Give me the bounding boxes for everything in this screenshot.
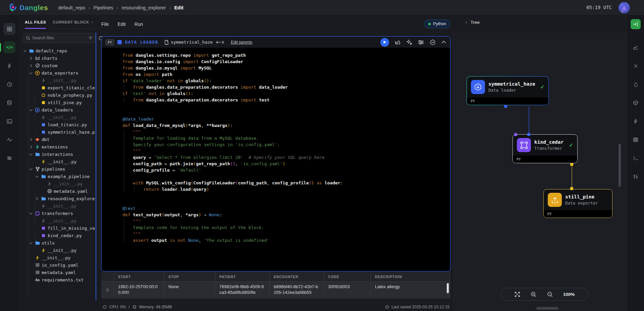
chart-line-icon[interactable] xyxy=(631,43,640,52)
run-block-button[interactable] xyxy=(380,38,389,47)
chevron-right-icon[interactable] xyxy=(29,63,33,68)
table-grid-icon[interactable] xyxy=(631,135,640,144)
file-tree-item-custom[interactable]: custom xyxy=(19,62,96,69)
file-tree-item-metadata-yaml[interactable]: metadata.yaml xyxy=(19,269,96,276)
chevron-right-icon[interactable] xyxy=(29,145,33,149)
file-tree-item-resounding-explore[interactable]: resounding_explore xyxy=(19,195,96,202)
search-input[interactable] xyxy=(32,36,86,40)
lightning-icon[interactable] xyxy=(631,117,640,126)
chevron-down-icon[interactable] xyxy=(29,108,33,112)
cube-icon[interactable] xyxy=(631,98,640,107)
panel-divider[interactable] xyxy=(96,32,96,300)
filter-icon[interactable] xyxy=(88,36,93,40)
pulse-icon[interactable] xyxy=(3,134,15,146)
tab-current-block[interactable]: CURRENT BLOCK xyxy=(53,15,89,29)
file-tree-item-fill-in-missing-va[interactable]: fill_in_missing_va xyxy=(19,224,96,232)
file-tree-item-load-titanic-py[interactable]: load_titanic.py xyxy=(19,121,96,128)
sliders-icon[interactable] xyxy=(3,152,15,164)
zoom-out-button[interactable] xyxy=(547,291,553,298)
file-tree-item-io-config-yaml[interactable]: io_config.yaml xyxy=(19,261,96,269)
file-tree-item--init-py[interactable]: __init__.py xyxy=(19,77,96,84)
file-tree-item--init-py[interactable]: __init__.py xyxy=(19,254,96,261)
tree-horizontal-scrollbar[interactable] xyxy=(536,307,558,310)
file-tree-item-extensions[interactable]: extensions xyxy=(19,143,96,150)
app-logo[interactable]: Dangles xyxy=(9,3,48,13)
file-tree-item-transformers[interactable]: transformers xyxy=(19,210,96,217)
file-tree-item--init-py[interactable]: __init__.py xyxy=(19,247,96,254)
menu-run[interactable]: Run xyxy=(135,21,143,27)
tree-vertical-scrollbar[interactable] xyxy=(619,144,621,187)
file-search-box[interactable] xyxy=(23,33,96,43)
chevron-down-icon[interactable] xyxy=(29,152,33,157)
kernel-badge[interactable]: Python xyxy=(424,19,450,28)
file-tree-item--init-py[interactable]: __init__.py xyxy=(19,202,96,210)
clock-icon[interactable] xyxy=(3,78,15,90)
avatar[interactable] xyxy=(619,2,630,13)
lightning-icon[interactable] xyxy=(3,60,15,72)
file-tree-item-data-loaders[interactable]: data_loaders xyxy=(19,106,96,114)
table-scrollbar[interactable] xyxy=(447,283,449,293)
chevron-right-icon[interactable] xyxy=(35,196,39,201)
panel-open-icon[interactable] xyxy=(631,19,641,29)
file-tree-item--init-py[interactable]: __init__.py xyxy=(19,180,96,187)
chevron-down-icon[interactable] xyxy=(23,49,27,53)
output-port[interactable] xyxy=(570,163,573,166)
collapse-block-icon[interactable] xyxy=(441,41,446,44)
zoom-in-button[interactable] xyxy=(530,291,537,298)
chevron-down-icon[interactable] xyxy=(29,241,33,245)
filter-v-icon[interactable] xyxy=(631,172,640,181)
file-tree-item-dbt[interactable]: dbt xyxy=(19,136,96,143)
input-port[interactable] xyxy=(527,133,530,136)
file-tree-item-data-exporters[interactable]: data_exporters xyxy=(19,69,96,77)
stack-icon[interactable] xyxy=(3,97,15,109)
file-tree-item-charts[interactable]: charts xyxy=(19,54,96,62)
terminal2-icon[interactable] xyxy=(631,154,640,163)
chevron-right-icon[interactable]: › xyxy=(466,19,467,25)
terminal-icon[interactable] xyxy=(3,115,15,127)
menu-edit[interactable]: Edit xyxy=(118,21,126,27)
dag-node-kind_cedar[interactable]: kind_cedar Transformer ✓ PY xyxy=(513,134,578,163)
breadcrumb-item[interactable]: resounding_explorer xyxy=(121,5,166,10)
chevron-right-icon[interactable] xyxy=(29,137,33,142)
file-tree-item-example-pipeline[interactable]: example_pipeline xyxy=(19,173,96,180)
file-tree-item-noble-prophecy-py[interactable]: noble_prophecy.py xyxy=(19,91,96,99)
input-port[interactable] xyxy=(570,187,573,190)
block-type-label[interactable]: DATA LOADER xyxy=(125,40,158,45)
dashboard-icon[interactable] xyxy=(3,23,15,35)
detach-parents-icon[interactable] xyxy=(216,40,224,44)
file-tree-item-metadata-yaml[interactable]: metadata.yaml xyxy=(19,187,96,195)
file-tree-item-kind-cedar-py[interactable]: kind_cedar.py xyxy=(19,232,96,239)
chart-button[interactable] xyxy=(395,39,400,45)
edit-parents-link[interactable]: Edit parents xyxy=(231,40,252,45)
fit-view-button[interactable] xyxy=(514,291,521,298)
file-tree-item-symmetrical-haze-p[interactable]: symmetrical_haze.p xyxy=(19,128,96,136)
file-tree-item--init-py[interactable]: __init__.py xyxy=(19,114,96,121)
file-tree-item-utils[interactable]: utils xyxy=(19,239,96,247)
output-port[interactable] xyxy=(504,105,507,108)
file-tree-item--init-py[interactable]: __init__.py xyxy=(19,158,96,165)
breadcrumb-item[interactable]: Pipelines xyxy=(94,5,113,10)
file-tree-item-still-pine-py[interactable]: still_pine.py xyxy=(19,99,96,106)
menu-file[interactable]: File xyxy=(101,21,109,27)
file-tree-item-pipelines[interactable]: pipelines xyxy=(19,165,96,173)
chevron-down-icon[interactable] xyxy=(29,71,33,75)
code-editor[interactable]: from dangles.settings.repo import get_re… xyxy=(102,48,450,233)
sparkles-button[interactable] xyxy=(406,39,412,45)
chevron-down-icon[interactable] xyxy=(35,174,39,179)
close-icon[interactable] xyxy=(631,61,640,70)
tab-all-files[interactable]: ALL FILES xyxy=(25,15,46,29)
droplet-icon[interactable] xyxy=(631,80,640,89)
file-tree-item-interactions[interactable]: interactions xyxy=(19,150,96,158)
dag-node-symmetrical_haze[interactable]: symmetrical_haze Data loader ✓ PY xyxy=(467,76,549,105)
chevron-right-icon[interactable] xyxy=(29,56,33,60)
breadcrumb-item[interactable]: default_repo xyxy=(58,5,85,10)
file-tree-item--init-py[interactable]: __init__.py xyxy=(19,217,96,224)
file-tree-item-requirements-txt[interactable]: Aarequirements.txt xyxy=(19,276,96,283)
file-tree-item-default-repo[interactable]: default_repo xyxy=(19,47,96,54)
collapse-panel-icon[interactable]: ‹ xyxy=(92,19,93,25)
input-port[interactable] xyxy=(514,133,517,136)
chevron-down-icon[interactable] xyxy=(29,167,33,171)
code-icon[interactable]: </> xyxy=(3,41,15,53)
dag-node-still_pine[interactable]: still_pine Data exporter PY xyxy=(543,189,612,218)
chevron-down-icon[interactable] xyxy=(29,211,33,216)
